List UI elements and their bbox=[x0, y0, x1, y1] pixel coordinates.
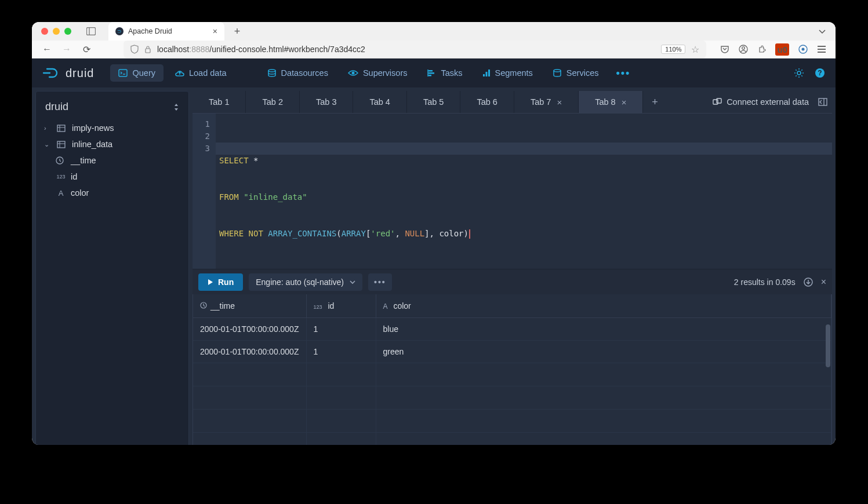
token: ) bbox=[464, 229, 468, 238]
empty-row bbox=[193, 363, 831, 386]
query-tab-7[interactable]: Tab 7× bbox=[514, 91, 579, 113]
browser-window: ⊃ Apache Druid × + ← → ⟳ localhost:8888/… bbox=[32, 22, 836, 445]
new-tab-button[interactable]: + bbox=[229, 23, 245, 39]
column-header-color[interactable]: A color bbox=[376, 294, 831, 318]
sidebar-title-row: druid bbox=[36, 98, 188, 120]
tree-label: imply-news bbox=[72, 123, 114, 133]
line-number: 1 bbox=[193, 118, 210, 130]
close-window-button[interactable] bbox=[41, 28, 48, 35]
ublock-icon[interactable]: u0 bbox=[775, 43, 789, 56]
query-tab-4[interactable]: Tab 4 bbox=[353, 91, 406, 113]
token: ] bbox=[424, 229, 429, 238]
nav-services-label: Services bbox=[566, 68, 599, 78]
svg-rect-18 bbox=[485, 72, 487, 76]
stack-icon bbox=[553, 69, 562, 77]
svg-rect-14 bbox=[428, 70, 433, 72]
logo[interactable]: druid bbox=[42, 66, 94, 80]
active-line-highlight bbox=[216, 143, 832, 155]
account-icon[interactable] bbox=[739, 45, 748, 54]
tab-label: Tab 1 bbox=[209, 97, 229, 107]
tabs-dropdown-icon[interactable] bbox=[818, 28, 826, 34]
tab-label: Tab 8 bbox=[595, 97, 615, 107]
extensions-icon[interactable] bbox=[757, 45, 766, 54]
token: , bbox=[395, 229, 405, 238]
column-header-time[interactable]: __time bbox=[193, 294, 306, 318]
sidebar-title: druid bbox=[45, 101, 68, 113]
sidebar-toggle-icon[interactable] bbox=[86, 26, 97, 36]
empty-row bbox=[193, 386, 831, 410]
shield-icon bbox=[130, 45, 139, 54]
tree-item-inline-data[interactable]: ⌄ inline_data bbox=[36, 136, 188, 152]
pocket-icon[interactable] bbox=[720, 45, 729, 54]
nav-services[interactable]: Services bbox=[544, 64, 607, 82]
bookmark-icon[interactable]: ☆ bbox=[691, 44, 699, 55]
eye-icon bbox=[348, 70, 358, 76]
forward-button[interactable]: → bbox=[61, 44, 72, 54]
tab-label: Tab 5 bbox=[423, 97, 444, 107]
maximize-window-button[interactable] bbox=[64, 28, 71, 35]
tree-column-time[interactable]: __time bbox=[36, 152, 188, 169]
connect-external-data-button[interactable]: Connect external data bbox=[713, 97, 809, 107]
svg-point-6 bbox=[802, 48, 805, 51]
nav-query[interactable]: Query bbox=[110, 64, 164, 82]
table-row[interactable]: 2000-01-01T00:00:00.000Z 1 green bbox=[193, 341, 831, 363]
close-results-icon[interactable]: × bbox=[821, 277, 826, 287]
close-tab-button[interactable]: × bbox=[213, 27, 217, 36]
tree-column-id[interactable]: 123 id bbox=[36, 169, 188, 185]
close-tab-icon[interactable]: × bbox=[622, 97, 627, 107]
back-button[interactable]: ← bbox=[41, 44, 53, 54]
nav-datasources[interactable]: Datasources bbox=[259, 64, 336, 82]
nav-tasks[interactable]: Tasks bbox=[419, 64, 470, 82]
extension-icon[interactable] bbox=[798, 45, 808, 54]
minimize-window-button[interactable] bbox=[53, 28, 60, 35]
main-layout: druid › imply-news ⌄ inline_data __time bbox=[32, 87, 836, 445]
url-text: localhost:8888/unified-console.html#work… bbox=[157, 45, 655, 54]
help-icon[interactable]: ? bbox=[815, 68, 825, 78]
nav-more-button[interactable]: ••• bbox=[610, 67, 636, 79]
close-tab-icon[interactable]: × bbox=[557, 97, 562, 107]
svg-rect-2 bbox=[146, 49, 150, 53]
scrollbar-thumb[interactable] bbox=[826, 324, 830, 367]
more-actions-button[interactable]: ••• bbox=[368, 273, 392, 291]
menu-icon[interactable] bbox=[817, 45, 826, 53]
reload-button[interactable]: ⟳ bbox=[81, 44, 92, 55]
table-row[interactable]: 2000-01-01T00:00:00.000Z 1 blue bbox=[193, 318, 831, 341]
query-tab-5[interactable]: Tab 5 bbox=[407, 91, 460, 113]
run-button[interactable]: Run bbox=[198, 273, 243, 291]
query-workspace: Tab 1 Tab 2 Tab 3 Tab 4 Tab 5 Tab 6 Tab … bbox=[193, 91, 832, 445]
address-bar[interactable]: localhost:8888/unified-console.html#work… bbox=[124, 41, 706, 58]
console-icon bbox=[118, 69, 128, 77]
sql-editor[interactable]: 1 2 3 SELECT * FROM "inline_data" WHERE … bbox=[193, 113, 832, 269]
panel-toggle-icon[interactable] bbox=[818, 98, 827, 106]
query-tab-1[interactable]: Tab 1 bbox=[193, 91, 246, 113]
browser-toolbar-right: u0 bbox=[720, 43, 826, 56]
keyword: FROM bbox=[219, 192, 239, 202]
code-area[interactable]: SELECT * FROM "inline_data" WHERE NOT AR… bbox=[216, 114, 832, 269]
add-query-tab-button[interactable]: + bbox=[643, 91, 666, 113]
sort-icon[interactable] bbox=[173, 103, 179, 111]
empty-row bbox=[193, 410, 831, 433]
svg-rect-24 bbox=[57, 125, 65, 132]
cell-id: 1 bbox=[306, 341, 376, 363]
svg-rect-27 bbox=[57, 141, 65, 148]
column-header-id[interactable]: 123 id bbox=[306, 294, 376, 318]
tree-item-imply-news[interactable]: › imply-news bbox=[36, 120, 188, 136]
tree-column-color[interactable]: A color bbox=[36, 185, 188, 201]
browser-tab-active[interactable]: ⊃ Apache Druid × bbox=[108, 22, 224, 41]
query-tab-2[interactable]: Tab 2 bbox=[246, 91, 299, 113]
engine-select[interactable]: Engine: auto (sql-native) bbox=[249, 273, 362, 291]
query-tab-8[interactable]: Tab 8× bbox=[579, 91, 643, 113]
nav-load-data[interactable]: Load data bbox=[167, 64, 235, 82]
cell-color: green bbox=[376, 341, 831, 363]
settings-icon[interactable] bbox=[794, 68, 804, 78]
query-action-bar: Run Engine: auto (sql-native) ••• 2 resu… bbox=[193, 269, 832, 294]
query-tab-3[interactable]: Tab 3 bbox=[300, 91, 353, 113]
druid-logo-icon bbox=[42, 66, 60, 80]
druid-console: druid Query Load data Datasources Superv… bbox=[32, 59, 836, 445]
nav-segments[interactable]: Segments bbox=[474, 64, 541, 82]
query-tab-6[interactable]: Tab 6 bbox=[460, 91, 514, 113]
zoom-badge[interactable]: 110% bbox=[661, 45, 685, 54]
svg-point-12 bbox=[351, 72, 354, 75]
download-icon[interactable] bbox=[804, 277, 813, 287]
nav-supervisors[interactable]: Supervisors bbox=[340, 64, 416, 82]
